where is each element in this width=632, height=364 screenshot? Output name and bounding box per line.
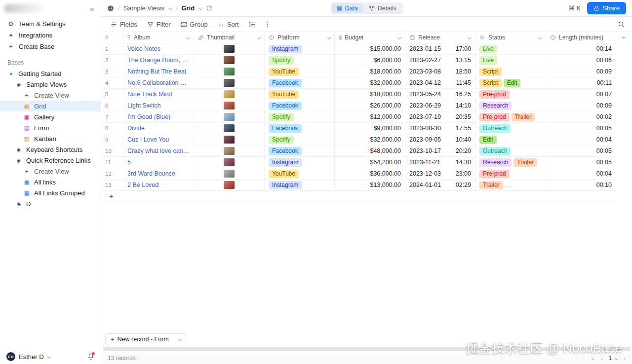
sidebar-item-integrations[interactable]: ✦ Integrations — [0, 30, 101, 41]
album-cell[interactable]: 3rd Ward Bounce — [123, 168, 194, 179]
budget-cell[interactable]: $18,000.00 — [335, 66, 405, 77]
table-row[interactable]: 8 Divide Facebook $9,000.00 2023-08-30 1… — [101, 123, 616, 134]
platform-cell[interactable]: Instagram — [265, 157, 335, 168]
new-record-dropdown-toggle[interactable] — [174, 334, 186, 345]
release-cell[interactable]: 2023-02-27 13:15 — [405, 55, 475, 66]
chevron-down-icon[interactable] — [538, 36, 542, 39]
album-link[interactable]: Nine Track Mind — [127, 91, 172, 98]
table-row[interactable]: 12 3rd Ward Bounce YouTube $36,000.00 20… — [101, 168, 616, 180]
horizontal-scrollbar[interactable] — [103, 347, 631, 351]
table-row[interactable]: 10 Crazy what love can do? Facebook $48,… — [101, 146, 616, 157]
thumbnail-cell[interactable] — [194, 89, 265, 100]
budget-cell[interactable]: $6,000.00 — [335, 55, 405, 66]
album-link[interactable]: 2 Be Loved — [127, 182, 158, 188]
group-button[interactable]: Group — [176, 19, 212, 30]
table-row[interactable]: 11 5 Instagram $54,200.00 2023-11-21 14:… — [101, 157, 616, 168]
thumbnail-image[interactable] — [224, 56, 235, 64]
chevron-down-icon[interactable] — [257, 36, 260, 39]
column-header-index[interactable]: # — [101, 32, 123, 43]
budget-cell[interactable]: $9,000.00 — [335, 123, 405, 134]
release-cell[interactable]: 2024-01-01 02:29 — [405, 180, 475, 190]
thumbnail-image[interactable] — [224, 45, 235, 53]
album-cell[interactable]: No.6 Collaboration Project — [123, 77, 194, 88]
thumbnail-image[interactable] — [224, 113, 235, 121]
status-cell[interactable]: Pre-prod — [475, 89, 546, 100]
length-cell[interactable]: 00:09 — [546, 66, 616, 77]
thumbnail-image[interactable] — [224, 102, 235, 109]
album-link[interactable]: Voice Notes — [127, 45, 160, 52]
sidebar-item-all-links[interactable]: ▦ All links — [0, 177, 101, 187]
platform-cell[interactable]: YouTube — [265, 89, 335, 100]
user-menu[interactable]: ED Esther D — [0, 349, 101, 364]
platform-cell[interactable]: YouTube — [265, 66, 335, 77]
table-row[interactable]: 3 Nothing But The Beat YouTube $18,000.0… — [101, 66, 616, 77]
platform-cell[interactable]: Facebook — [265, 77, 335, 88]
row-height-button[interactable] — [244, 19, 260, 30]
chevron-down-icon[interactable] — [168, 6, 172, 10]
sidebar-item-form[interactable]: ▤ Form — [0, 122, 101, 133]
sidebar-item-keyboard-shortcuts[interactable]: ◈ Keyboard Shortcuts — [0, 144, 101, 155]
platform-cell[interactable]: YouTube — [265, 168, 335, 179]
chevron-down-icon[interactable] — [186, 36, 190, 39]
column-header-status[interactable]: Status — [475, 32, 546, 43]
status-cell[interactable]: Outreach — [475, 146, 546, 156]
column-header-thumbnail[interactable]: Thumbnail — [194, 32, 265, 43]
fields-button[interactable]: Fields — [106, 19, 142, 30]
add-row-button[interactable]: + — [101, 191, 616, 202]
sidebar-item-gallery[interactable]: ▣ Gallery — [0, 111, 101, 122]
sort-button[interactable]: Sort — [213, 19, 243, 30]
table-row[interactable]: 6 Light Switch Facebook $26,000.00 2023-… — [101, 100, 616, 111]
budget-cell[interactable]: $48,000.00 — [335, 146, 405, 156]
release-cell[interactable]: 2023-06-29 14:10 — [405, 100, 475, 111]
length-cell[interactable]: 00:10 — [546, 180, 616, 190]
thumbnail-cell[interactable] — [194, 77, 265, 88]
release-cell[interactable]: 2023-05-24 16:25 — [405, 89, 475, 100]
thumbnail-image[interactable] — [224, 136, 235, 144]
album-link[interactable]: Cuz I Love You — [127, 136, 169, 143]
album-cell[interactable]: Voice Notes — [123, 43, 194, 54]
length-cell[interactable]: 00:06 — [546, 55, 616, 66]
album-cell[interactable]: Light Switch — [123, 100, 194, 111]
thumbnail-image[interactable] — [224, 181, 235, 189]
notifications-bell[interactable] — [87, 353, 94, 360]
album-cell[interactable]: 5 — [123, 157, 194, 168]
breadcrumb-grid[interactable]: Grid — [181, 4, 195, 12]
thumbnail-cell[interactable] — [194, 134, 265, 145]
status-cell[interactable]: ResearchTrailer — [475, 157, 546, 168]
table-row[interactable]: 5 Nine Track Mind YouTube $18,000.00 202… — [101, 89, 616, 100]
release-cell[interactable]: 2023-12-03 23:00 — [405, 168, 475, 179]
thumbnail-image[interactable] — [224, 90, 235, 98]
table-row[interactable]: 1 Voice Notes Instagram $15,000.00 2023-… — [101, 43, 616, 55]
column-header-album[interactable]: T Album — [123, 32, 194, 43]
new-record-button[interactable]: + New record - Form — [105, 333, 186, 345]
budget-cell[interactable]: $26,000.00 — [335, 100, 405, 111]
platform-cell[interactable]: Facebook — [265, 123, 335, 134]
status-cell[interactable]: Live — [475, 55, 546, 66]
refresh-icon[interactable] — [206, 5, 212, 11]
thumbnail-cell[interactable] — [194, 55, 265, 66]
platform-cell[interactable]: Instagram — [265, 180, 335, 190]
sidebar-item-grid[interactable]: ▦ Grid — [0, 101, 101, 111]
thumbnail-image[interactable] — [224, 147, 235, 155]
thumbnail-cell[interactable] — [194, 180, 265, 190]
pagination-page-select[interactable]: 1 — [609, 355, 618, 362]
column-header-release[interactable]: Release — [405, 32, 475, 43]
thumbnail-cell[interactable] — [194, 168, 265, 179]
sidebar-create-view[interactable]: + Create View — [0, 90, 101, 101]
column-header-budget[interactable]: $ Budget — [335, 32, 405, 43]
sidebar-item-quick-reference-links[interactable]: ◈ Quick Reference Links — [0, 155, 101, 166]
status-cell[interactable]: ScriptEdit — [475, 77, 546, 88]
budget-cell[interactable]: $18,000.00 — [335, 89, 405, 100]
budget-cell[interactable]: $13,000.00 — [335, 180, 405, 190]
command-k-shortcut[interactable]: ⌘ K — [568, 4, 581, 12]
album-link[interactable]: No.6 Collaboration Project — [127, 79, 190, 86]
table-row[interactable]: 4 No.6 Collaboration Project Facebook $3… — [101, 77, 616, 89]
length-cell[interactable]: 00:11 — [546, 77, 616, 88]
platform-cell[interactable]: Facebook — [265, 146, 335, 156]
more-options-icon[interactable]: ⋮ — [261, 20, 275, 28]
album-cell[interactable]: Crazy what love can do? — [123, 146, 194, 156]
tab-data[interactable]: ▦ Data — [331, 3, 363, 13]
filter-button[interactable]: Filter — [143, 19, 175, 30]
release-cell[interactable]: 2023-01-15 17:00 — [405, 43, 475, 54]
chevron-down-icon[interactable] — [327, 36, 330, 39]
